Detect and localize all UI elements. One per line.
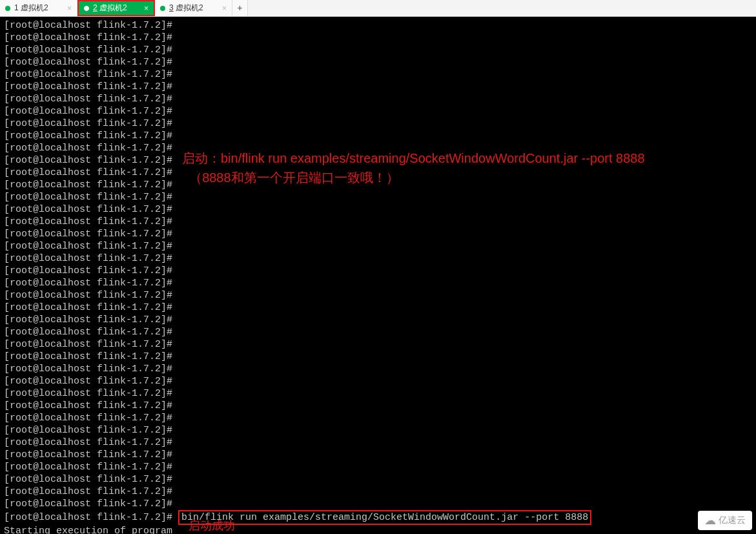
watermark-text: 亿速云 <box>719 515 746 526</box>
tab-label: 1 虚拟机2 <box>14 3 63 14</box>
prompt-line: [root@localhost flink-1.7.2]# <box>4 473 752 486</box>
prompt-line: [root@localhost flink-1.7.2]# <box>4 105 752 118</box>
prompt-line: [root@localhost flink-1.7.2]# <box>4 486 752 498</box>
tab-label: 2 虚拟机2 <box>93 3 140 14</box>
prompt-line: [root@localhost flink-1.7.2]# <box>4 68 752 81</box>
prompt-line: [root@localhost flink-1.7.2]# <box>4 314 752 326</box>
tab-vm-3[interactable]: 3 虚拟机2 × <box>155 0 232 16</box>
prompt-line: [root@localhost flink-1.7.2]# <box>4 461 752 473</box>
prompt-line: [root@localhost flink-1.7.2]# <box>4 363 752 375</box>
prompt-line: [root@localhost flink-1.7.2]# <box>4 19 752 32</box>
tab-bar: 1 虚拟机2 × 2 虚拟机2 × 3 虚拟机2 × + <box>0 0 756 17</box>
watermark-logo: ☁ 亿速云 <box>698 511 752 530</box>
prompt-line: [root@localhost flink-1.7.2]# <box>4 44 752 56</box>
prompt-line: [root@localhost flink-1.7.2]# <box>4 93 752 105</box>
prompt-line: [root@localhost flink-1.7.2]# <box>4 449 752 461</box>
tab-vm-1[interactable]: 1 虚拟机2 × <box>0 0 77 16</box>
prompt-line: [root@localhost flink-1.7.2]# <box>4 289 752 302</box>
add-tab-button[interactable]: + <box>232 0 248 16</box>
tab-vm-2[interactable]: 2 虚拟机2 × <box>77 0 155 16</box>
terminal-output[interactable]: [root@localhost flink-1.7.2]#[root@local… <box>0 17 756 534</box>
close-icon[interactable]: × <box>144 5 148 12</box>
prompt-line: [root@localhost flink-1.7.2]# <box>4 436 752 449</box>
prompt-line: [root@localhost flink-1.7.2]# <box>4 32 752 44</box>
status-dot-icon <box>5 6 10 11</box>
close-icon[interactable]: × <box>222 5 227 12</box>
prompt-line: [root@localhost flink-1.7.2]# <box>4 240 752 252</box>
prompt-line: [root@localhost flink-1.7.2]# <box>4 498 752 510</box>
prompt-line: [root@localhost flink-1.7.2]# <box>4 81 752 93</box>
prompt-line: [root@localhost flink-1.7.2]# <box>4 277 752 289</box>
prompt-line: [root@localhost flink-1.7.2]# <box>4 302 752 314</box>
cloud-icon: ☁ <box>704 513 716 528</box>
annotation-success: 启动成功 <box>189 516 235 534</box>
prompt-line: [root@localhost flink-1.7.2]# <box>4 191 752 203</box>
prompt-line: [root@localhost flink-1.7.2]# <box>4 387 752 400</box>
prompt-line: [root@localhost flink-1.7.2]# <box>4 375 752 387</box>
prompt-line: [root@localhost flink-1.7.2]# <box>4 203 752 216</box>
prompt-line: [root@localhost flink-1.7.2]# <box>4 56 752 68</box>
status-dot-icon <box>84 6 89 11</box>
prompt-line: [root@localhost flink-1.7.2]# <box>4 130 752 142</box>
output-line: Starting execution of program <box>4 525 752 534</box>
prompt-line: [root@localhost flink-1.7.2]# <box>4 424 752 436</box>
status-dot-icon <box>160 6 165 11</box>
annotation-start-command: 启动：bin/flink run examples/streaming/Sock… <box>182 149 750 187</box>
prompt-line: [root@localhost flink-1.7.2]# <box>4 118 752 130</box>
prompt-line: [root@localhost flink-1.7.2]# <box>4 228 752 240</box>
prompt-line: [root@localhost flink-1.7.2]# <box>4 265 752 277</box>
prompt-line: [root@localhost flink-1.7.2]# <box>4 351 752 363</box>
prompt-line: [root@localhost flink-1.7.2]# <box>4 412 752 424</box>
prompt-line: [root@localhost flink-1.7.2]# <box>4 252 752 265</box>
tab-label: 3 虚拟机2 <box>169 3 218 14</box>
command-highlight-box: bin/flink run examples/streaming/SocketW… <box>178 510 591 525</box>
prompt-line: [root@localhost flink-1.7.2]# <box>4 338 752 351</box>
command-line: [root@localhost flink-1.7.2]# bin/flink … <box>4 510 752 525</box>
prompt-line: [root@localhost flink-1.7.2]# <box>4 400 752 412</box>
close-icon[interactable]: × <box>67 5 72 12</box>
prompt-line: [root@localhost flink-1.7.2]# <box>4 216 752 228</box>
prompt-line: [root@localhost flink-1.7.2]# <box>4 326 752 338</box>
